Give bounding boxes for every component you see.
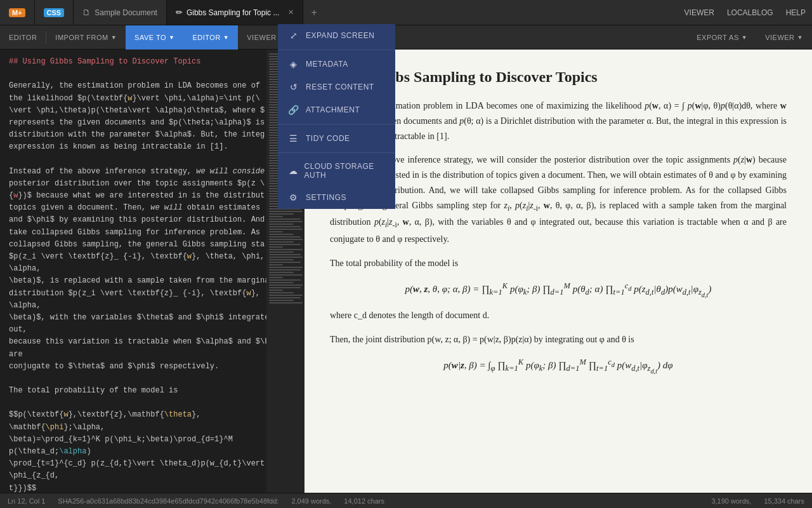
cloud-storage-icon: ☁ (288, 166, 298, 176)
editor-line-12: topics given a document. Then, we will o… (9, 202, 296, 214)
pencil-icon: ✏ (176, 8, 183, 17)
viewer-nav[interactable]: VIEWER (684, 8, 714, 17)
expand-screen-item[interactable]: ⤢ EXPAND SCREEN (278, 24, 395, 47)
file-hash: SHA256-a0c631a68bd83b24cd3984e65dfdcd794… (58, 497, 278, 505)
editor-line-8 (9, 154, 296, 166)
save-to-button[interactable]: SAVE TO ▼ (126, 25, 183, 50)
viewer-right-button[interactable]: VIEWER ▼ (756, 25, 812, 50)
editor-line-6: distribution with the parameter $\alpha$… (9, 129, 296, 141)
metadata-item[interactable]: ◈ METADATA (278, 53, 395, 76)
metadata-label: METADATA (306, 60, 348, 69)
editor-line-25: $$p(\textbf{w},\textbf{z},\mathbf{\theta… (9, 409, 296, 433)
editor-line-4: \vert \phi,\theta)p(\theta\vert \alpha)d… (9, 105, 296, 117)
editor-line-19: \beta)$, with the variables $\theta$ and… (9, 312, 296, 336)
export-as-button[interactable]: EXPORT AS ▼ (688, 25, 756, 50)
doc-icon: 🗋 (82, 8, 91, 17)
tab-css[interactable]: CSS (35, 0, 74, 25)
tab-sample-document[interactable]: 🗋 Sample Document (74, 0, 167, 25)
toolbar: EDITOR IMPORT FROM ▼ SAVE TO ▼ EDITOR ▼ … (0, 25, 812, 50)
editor-line-22 (9, 373, 296, 385)
editor-line-17: \beta)$, is replaced with a sample taken… (9, 275, 296, 287)
settings-icon: ⚙ (288, 192, 299, 203)
dropdown-divider-1 (278, 50, 395, 50)
expand-screen-label: EXPAND SCREEN (306, 31, 374, 40)
editor-line-27: \prod_{t=1}^{c_d} p(z_{d,t}\vert \theta_… (9, 458, 296, 482)
localblog-nav[interactable]: LOCALBLOG (727, 8, 773, 17)
formula-block-1: p(w, z, θ, φ; α, β) = ∏k=1K p(φk; β) ∏d=… (330, 281, 787, 298)
status-bar: Ln 12, Col 1 SHA256-a0c631a68bd83b24cd39… (0, 493, 812, 508)
expand-screen-icon: ⤢ (288, 30, 299, 41)
help-nav[interactable]: HELP (786, 8, 806, 17)
formula-block-2: p(w|z, β) = ∫φ ∏k=1K p(φk; β) ∏d=1M ∏t=1… (330, 358, 787, 375)
cursor-position: Ln 12, Col 1 (8, 497, 45, 505)
editor-line-11: {w})$ because what we are interested in … (9, 190, 296, 202)
tidy-code-item[interactable]: ☰ TIDY CODE (278, 127, 395, 150)
cloud-storage-label: CLOUD STORAGE AUTH (304, 162, 386, 180)
save-to-arrow: ▼ (169, 34, 174, 41)
editor-line-10: posterior distribution over the topic as… (9, 178, 296, 190)
tidy-code-label: TIDY CODE (306, 134, 350, 143)
reset-content-item[interactable]: ↺ RESET CONTENT (278, 76, 395, 98)
settings-label: SETTINGS (306, 193, 346, 202)
editor-button[interactable]: EDITOR ▼ (184, 25, 239, 50)
reset-content-icon: ↺ (288, 82, 299, 92)
editor-line-5: represents the given documents and $p(\t… (9, 117, 296, 129)
editor-heading: ## Using Gibbs Sampling to Discover Topi… (9, 56, 296, 68)
import-from-arrow: ▼ (111, 34, 117, 41)
editor-line-9: Instead of the above inference strategy,… (9, 166, 296, 178)
editor-dropdown-menu: ⤢ EXPAND SCREEN ◈ METADATA ↺ RESET CONTE… (278, 24, 395, 209)
attachment-item[interactable]: 🔗 ATTACHMENT (278, 98, 395, 121)
viewer-title: Using Gibbs Sampling to Discover Topics (330, 69, 787, 86)
editor-line-2: Generally, the estimation problem in LDA… (9, 80, 296, 92)
export-as-arrow: ▼ (742, 34, 747, 41)
attachment-icon: 🔗 (288, 105, 299, 115)
attachment-label: ATTACHMENT (306, 105, 360, 114)
editor-line-28: t}})$$ (9, 483, 296, 493)
editor-line-1 (9, 68, 296, 80)
editor-line-3: the likelihood $p(\textbf{w}\vert \phi,\… (9, 93, 296, 105)
viewer-right-arrow: ▼ (797, 34, 803, 41)
metadata-icon: ◈ (288, 59, 299, 69)
tab-gibbs[interactable]: ✏ Gibbs Sampling for Topic ... ✕ (167, 0, 304, 25)
word-count: 2,049 words, (291, 497, 331, 505)
viewer-para-1: Generally, the estimation problem in LDA… (330, 98, 787, 144)
editor-label: EDITOR (0, 25, 46, 50)
css-icon: CSS (44, 8, 65, 17)
tab-m[interactable]: M+ (0, 0, 35, 25)
editor-line-23: The total probability of the model is (9, 385, 296, 397)
editor-line-14: take collapsed Gibbs sampling for infere… (9, 227, 296, 239)
editor-arrow: ▼ (223, 34, 229, 41)
tidy-code-icon: ☰ (288, 133, 299, 144)
tab-bar: M+ CSS 🗋 Sample Document ✏ Gibbs Samplin… (0, 0, 812, 25)
viewer-para-2: Instead of the above inference strategy,… (330, 152, 787, 246)
close-icon[interactable]: ✕ (288, 8, 294, 17)
viewer-where-text: where c_d denotes the length of document… (330, 308, 787, 323)
editor-line-18: distribution $p(z_i \vert \textbf{z}_ {-… (9, 288, 296, 312)
editor-line-24 (9, 397, 296, 409)
editor-line-15: collapsed Gibbs sampling, the general Gi… (9, 239, 296, 251)
cloud-storage-item[interactable]: ☁ CLOUD STORAGE AUTH (278, 156, 395, 186)
m-icon: M+ (9, 8, 25, 17)
main-content: ## Using Gibbs Sampling to Discover Topi… (0, 50, 812, 493)
import-from-button[interactable]: IMPORT FROM ▼ (46, 25, 126, 50)
editor-line-20: because this variation is tractable when… (9, 336, 296, 360)
editor-panel[interactable]: ## Using Gibbs Sampling to Discover Topi… (0, 50, 304, 493)
editor-line-26: \beta)=\prod_{k=1}^K p(\phi_k;\beta)\pro… (9, 434, 296, 458)
editor-line-21: conjugate to $\theta$ and $\phi$ respect… (9, 361, 296, 373)
viewer-word-count: 3,190 words, (711, 497, 751, 505)
viewer-char-count: 15,334 chars (764, 497, 804, 505)
editor-line-7: expression is known as being intractable… (9, 141, 296, 153)
viewer-para-3: The total probability of the model is (330, 256, 787, 271)
char-count: 14,012 chars (344, 497, 384, 505)
add-tab-button[interactable]: + (303, 0, 324, 25)
dropdown-divider-2 (278, 124, 395, 124)
tab-sample-document-label: Sample Document (95, 8, 157, 17)
settings-item[interactable]: ⚙ SETTINGS (278, 186, 395, 209)
editor-line-13: and $\phi$ by examining this posterior d… (9, 214, 296, 226)
tab-gibbs-label: Gibbs Sampling for Topic ... (187, 8, 280, 17)
viewer-then-text: Then, the joint distribution p(w, z; α, … (330, 332, 787, 347)
editor-line-16: $p(z_i \vert \textbf{z}_ {-i}, \textbf{w… (9, 251, 296, 275)
dropdown-divider-3 (278, 152, 395, 153)
reset-content-label: RESET CONTENT (306, 83, 374, 91)
